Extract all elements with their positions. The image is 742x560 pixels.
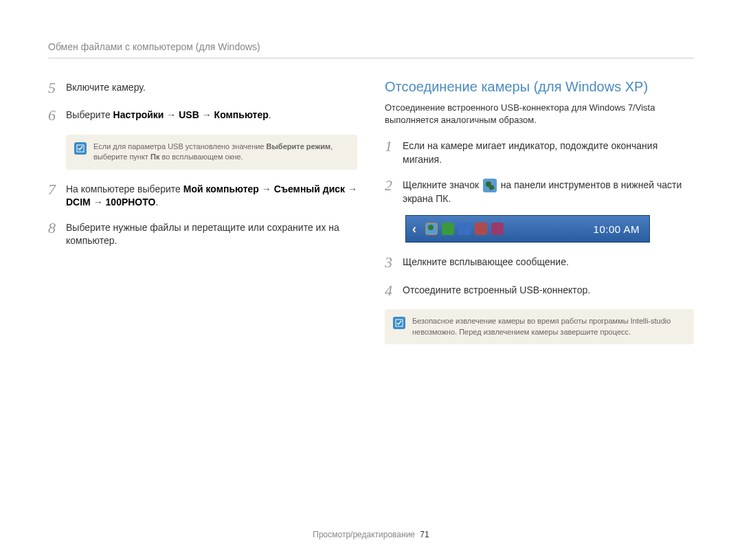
text-bold: 100PHOTO [106, 197, 156, 208]
note-box: Если для параметра USB установлено значе… [66, 135, 357, 170]
volume-icon [475, 223, 487, 235]
tray-misc-icon [491, 223, 504, 235]
header-title: Обмен файлами с компьютером (для Windows… [48, 41, 260, 52]
right-column: Отсоединение камеры (для Windows XP) Отс… [385, 79, 694, 355]
text-bold: Настройки [113, 109, 164, 120]
note-text: Безопасное извлечение камеры во время ра… [412, 316, 686, 337]
section-title: Отсоединение камеры (для Windows XP) [385, 79, 694, 95]
section-subtitle: Отсоединение встроенного USB-коннектора … [385, 102, 694, 126]
step-number: 2 [385, 177, 403, 194]
text-pre: Щелкните значок [403, 179, 482, 190]
step-number: 6 [48, 107, 66, 124]
step-number: 3 [385, 254, 403, 271]
text-suffix: . [269, 109, 271, 120]
step-2: 2 Щелкните значок на панели инструментов… [385, 177, 694, 206]
note-suffix: во всплывающем окне. [159, 153, 243, 161]
step-3: 3 Щелкните всплывающее сообщение. [385, 254, 694, 271]
text-bold: DCIM [66, 197, 91, 208]
text-arrow: → [345, 183, 357, 194]
page-footer: Просмотр/редактирование 71 [0, 530, 742, 539]
tray-icons [425, 223, 504, 235]
step-text: Щелкните значок на панели инструментов в… [403, 177, 694, 206]
chevron-left-icon: ‹ [406, 222, 423, 236]
left-column: 5 Включите камеру. 6 Выберите Настройки … [48, 79, 357, 355]
taskbar-clock: 10:00 AM [594, 223, 649, 235]
text-bold: Компьютер [214, 109, 269, 120]
note-bold: Пк [150, 153, 159, 161]
note-icon [74, 142, 87, 155]
note-icon [393, 317, 405, 329]
text-arrow: → [91, 197, 106, 208]
text-prefix: Выберите [66, 109, 113, 120]
step-number: 4 [385, 282, 403, 300]
step-text: Выберите Настройки → USB → Компьютер. [66, 107, 271, 122]
step-text: Щелкните всплывающее сообщение. [403, 254, 569, 269]
text-arrow: → [259, 183, 274, 194]
footer-section: Просмотр/редактирование [313, 530, 415, 539]
note-box: Безопасное извлечение камеры во время ра… [385, 309, 694, 344]
taskbar-screenshot: ‹ 10:00 AM [405, 215, 650, 243]
note-bold: Выберите режим [267, 142, 331, 150]
step-7: 7 На компьютере выберите Мой компьютер →… [48, 181, 357, 210]
text-bold: USB [179, 109, 199, 120]
text-bold: Мой компьютер [183, 183, 259, 194]
step-6: 6 Выберите Настройки → USB → Компьютер. [48, 107, 357, 124]
step-number: 8 [48, 219, 66, 237]
note-text: Если для параметра USB установлено значе… [93, 142, 349, 163]
page-header: Обмен файлами с компьютером (для Windows… [48, 41, 694, 58]
text-arrow: → [164, 109, 179, 120]
page: Обмен файлами с компьютером (для Windows… [0, 0, 742, 383]
step-1: 1 Если на камере мигает индикатор, подож… [385, 137, 694, 166]
shield-icon [442, 223, 454, 235]
network-icon [458, 223, 471, 235]
step-text: Включите камеру. [66, 79, 146, 95]
text-bold: Съемный диск [274, 183, 345, 194]
step-number: 5 [48, 79, 66, 97]
text-suffix: . [155, 197, 158, 208]
safely-remove-hardware-icon [425, 223, 438, 235]
safely-remove-icon [483, 179, 497, 192]
step-5: 5 Включите камеру. [48, 79, 357, 97]
content-columns: 5 Включите камеру. 6 Выберите Настройки … [48, 79, 694, 355]
step-number: 1 [385, 137, 403, 155]
step-text: Выберите нужные файлы и перетащите или с… [66, 219, 357, 248]
text-prefix: На компьютере выберите [66, 183, 183, 194]
note-prefix: Если для параметра USB установлено значе… [93, 142, 267, 150]
step-text: Отсоедините встроенный USB-коннектор. [403, 282, 590, 298]
step-text: Если на камере мигает индикатор, подожди… [403, 137, 694, 166]
footer-page-number: 71 [420, 530, 429, 539]
step-text: На компьютере выберите Мой компьютер → С… [66, 181, 357, 210]
step-8: 8 Выберите нужные файлы и перетащите или… [48, 219, 357, 248]
step-4: 4 Отсоедините встроенный USB-коннектор. [385, 282, 694, 300]
text-arrow: → [199, 109, 214, 120]
step-number: 7 [48, 181, 66, 199]
